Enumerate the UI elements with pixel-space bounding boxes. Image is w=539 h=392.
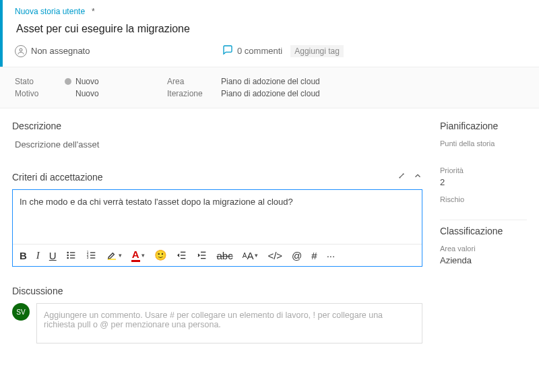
work-item-type[interactable]: Nuova storia utente bbox=[15, 7, 85, 16]
work-item-title[interactable]: Asset per cui eseguire la migrazione bbox=[15, 19, 527, 42]
svg-point-5 bbox=[67, 257, 68, 258]
bold-button[interactable]: B bbox=[20, 250, 27, 261]
bulleted-list-button[interactable] bbox=[66, 250, 77, 261]
state-dot-icon bbox=[65, 78, 71, 85]
assignee-field[interactable]: Non assegnato bbox=[15, 45, 217, 57]
font-color-button[interactable]: A▾ bbox=[131, 249, 145, 262]
value-area-field[interactable]: Azienda bbox=[440, 255, 527, 265]
unsaved-indicator: * bbox=[92, 7, 95, 16]
priority-label: Priorità bbox=[440, 166, 527, 174]
numbered-list-button[interactable]: 123 bbox=[86, 250, 97, 261]
font-size-button[interactable]: AA▾ bbox=[243, 250, 259, 261]
expand-icon[interactable] bbox=[397, 171, 406, 183]
area-label: Area bbox=[167, 77, 208, 86]
editor-toolbar: B I U 123 ▾ A▾ 🙂 abc AA▾ </> @ # ··· bbox=[13, 244, 422, 266]
hash-link-button[interactable]: # bbox=[311, 250, 317, 261]
acceptance-criteria-editor[interactable]: In che modo e da chi verrà testato l'ass… bbox=[12, 189, 422, 267]
svg-point-1 bbox=[67, 252, 68, 253]
svg-point-0 bbox=[20, 48, 22, 51]
story-points-label: Punti della storia bbox=[440, 139, 527, 148]
iteration-label: Iterazione bbox=[167, 89, 208, 98]
strikethrough-button[interactable]: abc bbox=[217, 250, 233, 261]
planning-heading: Pianificazione bbox=[440, 121, 527, 131]
mention-button[interactable]: @ bbox=[292, 250, 302, 261]
highlight-color-button[interactable]: ▾ bbox=[106, 250, 122, 261]
underline-button[interactable]: U bbox=[49, 250, 57, 261]
comments-count: 0 commenti bbox=[237, 46, 282, 56]
emoji-button[interactable]: 🙂 bbox=[154, 249, 167, 261]
outdent-button[interactable] bbox=[177, 250, 187, 261]
indent-button[interactable] bbox=[197, 250, 208, 261]
code-button[interactable]: </> bbox=[267, 250, 282, 261]
value-area-label: Area valori bbox=[440, 244, 527, 253]
user-avatar: SV bbox=[12, 303, 30, 321]
state-field[interactable]: Nuovo bbox=[65, 77, 154, 86]
svg-text:3: 3 bbox=[86, 256, 88, 259]
sidebar-separator bbox=[440, 220, 527, 220]
discussion-placeholder: Aggiungere un commento. Usare # per coll… bbox=[44, 311, 383, 329]
acceptance-criteria-heading: Criteri di accettazione bbox=[12, 172, 103, 183]
iteration-field[interactable]: Piano di adozione del cloud bbox=[221, 89, 320, 98]
description-field[interactable]: Descrizione dell'asset bbox=[12, 138, 422, 167]
discussion-heading: Discussione bbox=[12, 286, 422, 296]
acceptance-criteria-text[interactable]: In che modo e da chi verrà testato l'ass… bbox=[13, 190, 422, 244]
more-button[interactable]: ··· bbox=[327, 250, 336, 261]
assignee-label: Non assegnato bbox=[31, 46, 90, 56]
reason-field[interactable]: Nuovo bbox=[65, 89, 154, 98]
reason-label: Motivo bbox=[15, 89, 51, 98]
collapse-chevron-icon[interactable] bbox=[413, 171, 422, 183]
description-heading: Descrizione bbox=[12, 121, 422, 131]
italic-button[interactable]: I bbox=[36, 250, 40, 261]
svg-point-3 bbox=[67, 255, 68, 255]
priority-field[interactable]: 2 bbox=[440, 177, 527, 187]
svg-rect-13 bbox=[108, 259, 116, 259]
state-label: Stato bbox=[15, 77, 51, 86]
area-field[interactable]: Piano di adozione del cloud bbox=[221, 77, 320, 86]
classification-heading: Classificazione bbox=[440, 226, 527, 236]
add-tags-button[interactable]: Aggiungi tag bbox=[290, 45, 344, 57]
person-icon bbox=[15, 45, 27, 57]
comment-icon bbox=[222, 44, 233, 57]
discussion-input[interactable]: Aggiungere un commento. Usare # per coll… bbox=[36, 303, 422, 344]
risk-label: Rischio bbox=[440, 195, 527, 203]
comments-link[interactable]: 0 commenti Aggiungi tag bbox=[222, 44, 344, 57]
